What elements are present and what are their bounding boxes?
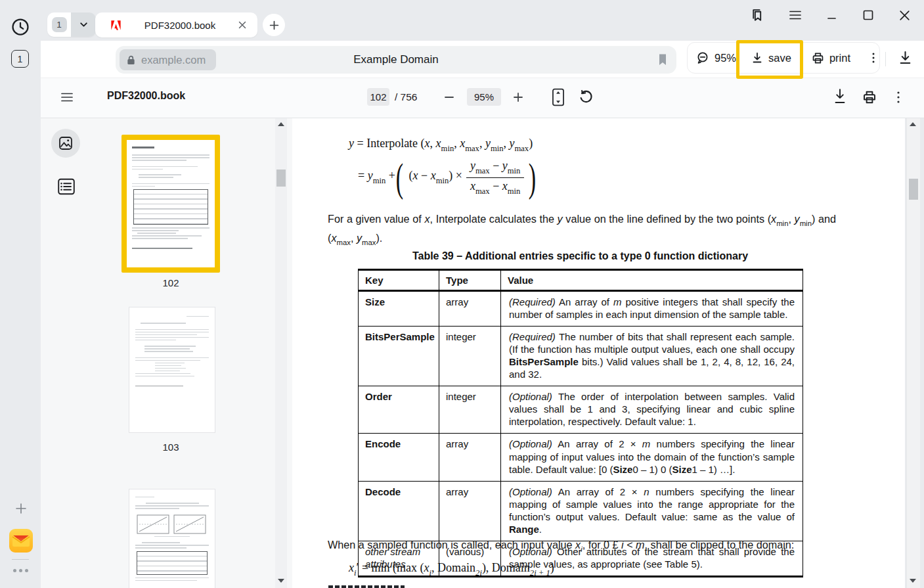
table-row: Decode array (Optional) An array of 2 × … [359, 481, 803, 541]
paragraph-clipping: When a sampled function is called, each … [328, 539, 866, 553]
page-number-input[interactable]: 102 [367, 88, 389, 106]
list-icon [56, 177, 76, 196]
history-clock-icon[interactable] [11, 17, 30, 37]
window-minimize-button[interactable] [824, 7, 841, 24]
side-strip: 1 [0, 0, 41, 588]
print-label: print [829, 52, 850, 64]
scroll-up-arrow[interactable] [278, 122, 284, 126]
strip-more-icon[interactable] [13, 569, 28, 572]
bookmarks-panel-icon[interactable] [749, 7, 766, 24]
print-button[interactable]: print [811, 51, 850, 65]
table-caption: Table 39 – Additional entries specific t… [358, 250, 803, 262]
tab-group-expand[interactable] [71, 12, 96, 37]
zoom-value: 95% [715, 52, 736, 64]
table-row: Size array (Required) An array of m posi… [359, 291, 803, 327]
formula-interpolate-expanded: = ymin + ( (x − xmin) × ymax − ymin xmax… [358, 152, 537, 202]
pdf-page-content: notation: y = Interpolate (x, xmin, xmax… [292, 117, 905, 588]
bookmark-icon[interactable] [657, 53, 668, 66]
pdf-zoom-value[interactable]: 95% [467, 88, 501, 106]
image-icon [58, 135, 74, 151]
table-row: Encode array (Optional) An array of 2 × … [359, 434, 803, 481]
pdf-sidebar-toggle[interactable] [60, 91, 74, 103]
formula-interpolate: y = Interpolate (x, xmin, xmax, ymin, ym… [349, 137, 533, 154]
tab-counter-badge[interactable]: 1 [11, 50, 29, 68]
pdf-more-button[interactable] [893, 90, 904, 104]
pdf-viewer-toolbar: PDF32000.book 102 / 756 95% [41, 78, 924, 118]
window-close-button[interactable] [896, 7, 913, 24]
printer-icon [811, 51, 825, 65]
pdf-action-group: 95% save print [687, 42, 880, 74]
table-row: BitsPerSample integer (Required) The num… [359, 327, 803, 386]
table-header-row: Key Type Value [359, 270, 803, 291]
col-value: Value [501, 270, 803, 291]
formula-clip: xi′ = min (max (xi, Domain2i), Domain2i … [349, 561, 554, 578]
adobe-pdf-icon [110, 19, 122, 32]
tab-group-chip[interactable]: 1 [47, 12, 96, 37]
zoom-out-button[interactable] [443, 91, 455, 103]
outline-view-button[interactable] [56, 176, 76, 197]
more-actions-button[interactable] [868, 51, 879, 64]
thumbnails-sidebar: 101 102 [41, 117, 292, 588]
page-total: / 756 [395, 91, 417, 103]
clipped-next-line [328, 585, 405, 588]
zoom-out-bubble-icon [696, 51, 710, 65]
scroll-up-arrow[interactable] [910, 122, 916, 126]
main-scrollbar[interactable] [906, 117, 920, 588]
fit-page-button[interactable] [550, 87, 566, 107]
scrollbar-thumb[interactable] [909, 179, 918, 200]
tab-title: PDF32000.book [122, 20, 238, 31]
scroll-down-arrow[interactable] [910, 579, 916, 583]
thumbnail-page-104[interactable] [129, 489, 215, 588]
pdf-doc-title: PDF32000.book [107, 90, 185, 102]
fraction: ymax − ymin xmax − xmin [466, 159, 524, 196]
strip-add-icon[interactable] [13, 501, 29, 516]
pdf-download-button[interactable] [832, 88, 848, 106]
col-type: Type [439, 270, 501, 291]
menu-hamburger-icon[interactable] [787, 7, 804, 24]
address-row: example.com Example Domain 95% save [41, 41, 924, 78]
thumbnail-page-102-selected[interactable] [121, 135, 220, 273]
zoom-in-button[interactable] [512, 91, 524, 103]
new-tab-button[interactable] [263, 14, 285, 36]
pdf-print-button[interactable] [862, 89, 877, 105]
plus-icon [269, 20, 280, 31]
tab-pdf32000[interactable]: PDF32000.book [95, 12, 257, 37]
zoom-indicator[interactable]: 95% [696, 51, 736, 65]
tab-bar: 1 PDF32000.book [41, 0, 924, 41]
save-label: save [768, 52, 791, 64]
thumbnail-page-103[interactable] [129, 307, 215, 432]
save-button[interactable]: save [751, 51, 791, 64]
thumbnails-view-button[interactable] [51, 129, 80, 158]
thumb-label-103: 103 [144, 441, 197, 453]
tab-group-count: 1 [52, 17, 67, 32]
rotate-button[interactable] [577, 88, 595, 106]
window-maximize-button[interactable] [860, 7, 877, 24]
separator [885, 52, 886, 66]
table-39: Key Type Value Size array (Required) An … [358, 269, 803, 577]
mail-app-icon[interactable] [9, 529, 33, 553]
download-icon [751, 51, 764, 64]
page-title: Example Domain [116, 46, 676, 74]
browser-window: 1 1 PDF320 [0, 0, 924, 588]
downloads-button[interactable] [897, 49, 913, 66]
col-key: Key [359, 270, 439, 291]
scroll-down-arrow[interactable] [278, 579, 284, 583]
paragraph-interpolate: For a given value of x, Interpolate calc… [328, 210, 836, 249]
thumb-label-102: 102 [144, 277, 197, 288]
strip-divider [12, 559, 29, 560]
kebab-icon [868, 51, 879, 64]
table-row: Order integer (Optional) The order of in… [359, 386, 803, 434]
address-bar[interactable]: example.com Example Domain [116, 46, 676, 74]
download-arrow-icon [897, 49, 913, 66]
scrollbar-thumb[interactable] [276, 170, 286, 187]
tab-close-icon[interactable] [238, 20, 247, 30]
sidebar-scrollbar[interactable] [275, 117, 287, 588]
chevron-down-icon [79, 20, 89, 30]
